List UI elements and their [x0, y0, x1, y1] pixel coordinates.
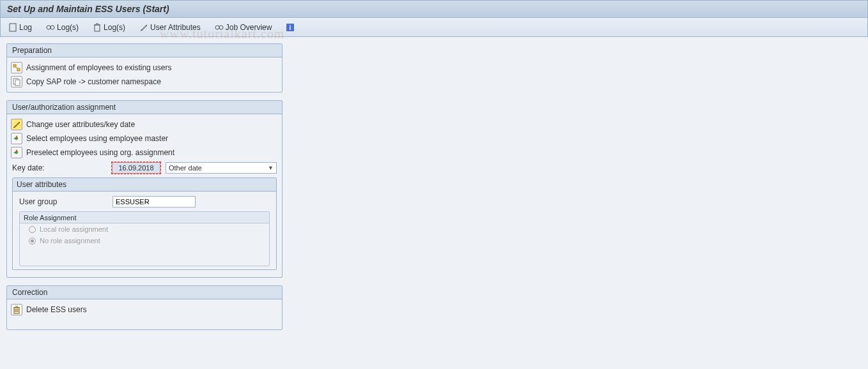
delete-users-row[interactable]: Delete ESS users — [11, 303, 278, 317]
radio-icon — [29, 226, 36, 233]
org-assign-icon — [11, 62, 22, 73]
logs-delete-label: Log(s) — [104, 23, 125, 32]
local-role-radio: Local role assignment — [20, 223, 269, 235]
correction-panel: Correction Delete ESS users — [6, 285, 283, 330]
org-preselect-icon — [11, 147, 22, 158]
svg-point-1 — [47, 26, 50, 29]
trash-icon — [93, 23, 102, 32]
logs-button[interactable]: Log(s) — [43, 22, 81, 33]
preselect-employees-label: Preselect employees using org. assignmen… — [26, 148, 174, 157]
svg-line-13 — [16, 67, 17, 68]
change-attributes-row[interactable]: Change user attributes/key date — [11, 117, 278, 132]
role-assignment-header: Role Assignment — [20, 212, 269, 223]
pencil-edit-icon — [11, 119, 22, 130]
pencil-icon — [139, 23, 148, 32]
user-attributes-header: User attributes — [13, 178, 276, 192]
preparation-header: Preparation — [7, 44, 282, 57]
chevron-down-icon: ▼ — [268, 165, 274, 171]
key-date-row: Key date: Other date ▼ — [11, 160, 278, 176]
change-attributes-label: Change user attributes/key date — [26, 120, 135, 129]
radio-icon — [29, 237, 36, 245]
content-area: Preparation Assignment of employees to e… — [0, 37, 868, 344]
info-button[interactable]: i — [283, 22, 297, 33]
svg-rect-0 — [10, 24, 16, 31]
key-date-input[interactable] — [112, 162, 160, 174]
log-label: Log — [19, 23, 32, 32]
preselect-employees-row[interactable]: Preselect employees using org. assignmen… — [11, 146, 278, 160]
job-overview-button[interactable]: Job Overview — [212, 22, 275, 33]
glasses-icon — [46, 23, 55, 32]
user-attributes-button[interactable]: User Attributes — [137, 22, 203, 33]
title-bar: Set Up and Maintain ESS Users (Start) — [0, 0, 868, 18]
user-group-input[interactable] — [112, 196, 196, 207]
user-attributes-label: User Attributes — [150, 23, 201, 32]
svg-point-2 — [50, 26, 54, 29]
trash-icon — [11, 304, 22, 315]
svg-point-7 — [215, 26, 219, 29]
svg-point-8 — [219, 26, 223, 29]
assignment-header: User/authorization assignment — [7, 101, 282, 114]
select-employees-row[interactable]: Select employees using employee master — [11, 132, 278, 146]
other-date-select[interactable]: Other date ▼ — [166, 162, 277, 174]
local-role-label: Local role assignment — [40, 225, 108, 233]
role-assignment-panel: Role Assignment Local role assignment No… — [19, 211, 270, 266]
user-attributes-subpanel: User attributes User group Role Assignme… — [12, 177, 277, 270]
preparation-panel: Preparation Assignment of employees to e… — [6, 43, 283, 93]
svg-text:i: i — [290, 24, 291, 31]
delete-users-label: Delete ESS users — [26, 305, 87, 314]
key-date-label: Key date: — [12, 163, 107, 172]
page-title: Set Up and Maintain ESS Users (Start) — [7, 4, 169, 14]
user-group-label: User group — [19, 197, 107, 206]
logs-label: Log(s) — [57, 23, 79, 32]
logs-delete-button[interactable]: Log(s) — [90, 22, 128, 33]
svg-rect-12 — [17, 68, 20, 71]
correction-header: Correction — [7, 286, 282, 299]
copy-role-label: Copy SAP role -> customer namespace — [26, 77, 161, 86]
svg-rect-11 — [13, 64, 16, 67]
copy-icon — [11, 76, 22, 87]
job-overview-label: Job Overview — [226, 23, 272, 32]
glasses-icon — [215, 23, 224, 32]
employee-master-icon — [11, 133, 22, 144]
copy-role-row[interactable]: Copy SAP role -> customer namespace — [11, 75, 278, 89]
svg-rect-4 — [95, 25, 100, 31]
toolbar: Log Log(s) Log(s) User Attributes Job Ov… — [0, 18, 868, 37]
info-icon: i — [286, 23, 295, 32]
document-icon — [8, 23, 17, 32]
select-employees-label: Select employees using employee master — [26, 134, 168, 143]
no-role-label: No role assignment — [40, 237, 100, 245]
assignment-panel: User/authorization assignment Change use… — [6, 100, 283, 278]
log-button[interactable]: Log — [6, 22, 35, 33]
other-date-label: Other date — [169, 164, 202, 172]
assign-employees-label: Assignment of employees to existing user… — [26, 63, 171, 72]
assign-employees-row[interactable]: Assignment of employees to existing user… — [11, 61, 278, 75]
no-role-radio: No role assignment — [20, 235, 269, 246]
svg-rect-15 — [15, 80, 20, 86]
